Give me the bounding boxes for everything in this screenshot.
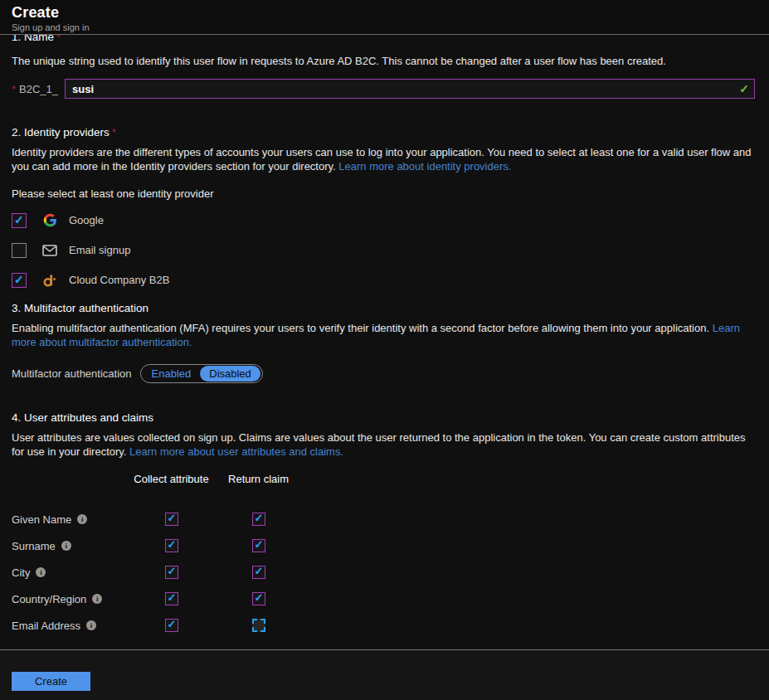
idp-row-google: Google [12,212,755,228]
mfa-toggle-row: Multifactor authentication Enabled Disab… [12,364,755,383]
section-mfa-description: Enabling multifactor authentication (MFA… [12,321,755,349]
collect-checkbox[interactable] [165,592,178,605]
idp-label: Google [69,214,104,226]
collect-checkbox[interactable] [165,619,178,632]
idp-label: Cloud Company B2B [69,274,169,286]
attributes-learn-more-link[interactable]: Learn more about user attributes and cla… [129,445,343,458]
required-asterisk: * [112,126,116,139]
idp-row-cloud-company: Cloud Company B2B [12,272,755,288]
section-name-title: 1. Name* [12,35,755,43]
table-row: Cityi [12,559,755,586]
table-row: Given Namei [12,506,755,532]
create-button[interactable]: Create [12,672,90,691]
cloud-company-b2b-icon [42,273,57,288]
email-signup-checkbox[interactable] [12,243,27,258]
page-title: Create [12,0,769,22]
mfa-disabled-option[interactable]: Disabled [200,366,260,382]
idp-prompt: Please select at least one identity prov… [12,187,755,201]
info-icon[interactable]: i [86,620,96,630]
mfa-toggle-label: Multifactor authentication [12,367,132,380]
table-row: Email Addressi [12,612,755,639]
return-claim-header: Return claim [211,473,306,485]
return-checkbox[interactable] [252,619,265,632]
attribute-label: Surname [12,540,56,552]
section-attributes-title: 4. User attributes and claims [12,411,755,424]
page-header: Create Sign up and sign in [0,0,769,35]
create-user-flow-page: Create Sign up and sign in 1. Name* The … [0,0,769,700]
idp-label: Email signup [69,244,130,256]
google-checkbox[interactable] [12,213,27,228]
return-checkbox[interactable] [252,566,265,579]
idp-list: Google Email signup [12,212,755,288]
attribute-label: Country/Region [12,593,86,605]
info-icon[interactable]: i [36,567,46,577]
section-name-description: The unique string used to identify this … [12,54,755,68]
collect-checkbox[interactable] [165,513,178,526]
form-content: 1. Name* The unique string used to ident… [0,35,769,649]
info-icon[interactable]: i [92,594,102,604]
attribute-label: City [12,566,30,579]
attribute-label: Given Name [12,513,71,526]
return-checkbox[interactable] [252,513,265,526]
return-checkbox[interactable] [252,592,265,605]
collect-attribute-header: Collect attribute [132,473,211,485]
required-asterisk: * [12,83,16,95]
table-row: Surnamei [12,532,755,559]
google-icon [42,213,57,228]
required-asterisk: * [56,35,61,43]
attributes-table: Given Namei Surnamei Cityi Country/Regio… [12,506,755,639]
info-icon[interactable]: i [77,514,87,524]
page-subtitle: Sign up and sign in [12,22,769,32]
table-row: Country/Regioni [12,586,755,612]
footer-bar: Create [0,649,769,700]
collect-checkbox[interactable] [165,566,178,579]
email-icon [42,243,57,258]
mfa-enabled-option[interactable]: Enabled [143,366,201,382]
section-idp-description: Identity providers are the different typ… [12,145,755,173]
mfa-toggle[interactable]: Enabled Disabled [140,364,263,383]
info-icon[interactable]: i [61,541,71,551]
collect-checkbox[interactable] [165,539,178,552]
attribute-label: Email Address [12,620,80,632]
idp-row-email: Email signup [12,242,755,258]
user-flow-name-input[interactable] [65,79,755,99]
attributes-table-header: Collect attribute Return claim [12,473,755,485]
section-idp-title: 2. Identity providers* [12,126,755,139]
name-prefix-label: *B2C_1_ [12,83,58,95]
name-field-row: *B2C_1_ ✓ [12,79,755,99]
idp-learn-more-link[interactable]: Learn more about identity providers. [338,160,511,173]
cloud-company-checkbox[interactable] [12,273,27,288]
section-mfa-title: 3. Multifactor authentication [12,302,755,314]
return-checkbox[interactable] [252,539,265,552]
section-attributes-description: User attributes are values collected on … [12,430,755,459]
name-input-wrap: ✓ [65,79,755,99]
